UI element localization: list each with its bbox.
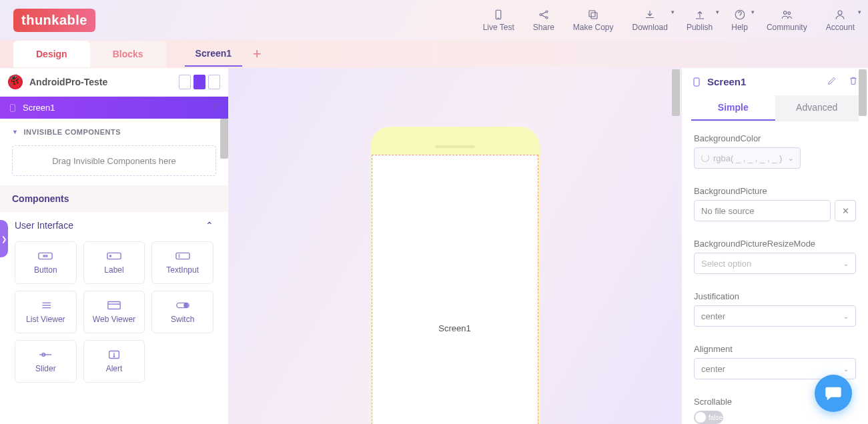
canvas[interactable]: Screen1: [228, 68, 681, 424]
view-toggle-3[interactable]: [208, 75, 220, 89]
top-action-label: Live Test: [483, 23, 514, 32]
select-placeholder: Select option: [701, 259, 751, 269]
top-action-label: Community: [767, 23, 807, 32]
prop-label: Alignment: [694, 344, 856, 354]
top-action-label: Download: [632, 23, 668, 32]
view-toggles: [179, 75, 220, 89]
resize-select[interactable]: Select option ⌄: [694, 253, 856, 274]
component-label[interactable]: Label: [83, 241, 145, 284]
top-action-share[interactable]: Share: [533, 9, 554, 32]
prop-label: BackgroundPicture: [694, 186, 856, 196]
component-label: Label: [104, 265, 123, 275]
tab-simple[interactable]: Simple: [691, 95, 775, 121]
justification-select[interactable]: center ⌄: [694, 305, 856, 327]
components-header: Components: [0, 185, 228, 212]
screen-icon: [8, 103, 17, 113]
caret-down-icon: ▼: [12, 129, 18, 135]
brand-logo[interactable]: thunkable: [13, 9, 95, 32]
properties-title: Screen1: [707, 76, 746, 87]
svg-rect-7: [591, 13, 597, 19]
chevron-down-icon: ⌄: [843, 313, 849, 320]
component-label: Button: [34, 265, 57, 275]
screen-tab-1[interactable]: Screen1: [185, 41, 242, 67]
scrollable-toggle[interactable]: false: [694, 411, 723, 424]
invisible-drop-zone[interactable]: Drag Invisible Components here: [12, 145, 216, 176]
view-toggle-1[interactable]: [179, 75, 191, 89]
color-picker[interactable]: rgba( _ , _ , _ , _ ) ⌄: [694, 147, 801, 169]
property-tabs: Simple Advanced: [691, 95, 859, 121]
prop-label: BackgroundColor: [694, 133, 856, 143]
add-screen-button[interactable]: +: [245, 42, 269, 66]
tree-item-screen1[interactable]: Screen1: [0, 97, 228, 119]
component-switch[interactable]: Switch: [151, 291, 213, 333]
component-list-viewer[interactable]: List Viewer: [15, 291, 77, 333]
user-interface-section[interactable]: User Interface ⌃: [0, 212, 228, 239]
mode-tabs: Design Blocks: [13, 41, 166, 67]
app-header: thunkable Live Test Share Make Copy ▾ Do…: [0, 0, 868, 40]
top-action-publish[interactable]: ▾ Publish: [687, 9, 713, 32]
tab-design[interactable]: Design: [13, 41, 90, 67]
chat-button[interactable]: [815, 375, 852, 412]
chevron-up-icon: ⌃: [205, 220, 213, 231]
svg-rect-8: [589, 11, 595, 17]
component-label: Web Viewer: [93, 315, 135, 324]
screen-preview[interactable]: Screen1: [372, 155, 538, 424]
svg-point-2: [540, 13, 542, 15]
component-label: Slider: [35, 364, 56, 373]
top-action-account[interactable]: ▾ Account: [826, 9, 855, 32]
chevron-down-icon: ⌄: [843, 260, 849, 267]
svg-rect-19: [176, 253, 189, 259]
view-toggle-2[interactable]: [193, 75, 205, 89]
top-action-label: Publish: [687, 23, 713, 32]
component-label: List Viewer: [26, 315, 65, 324]
top-action-make-copy[interactable]: Make Copy: [573, 9, 614, 32]
project-name[interactable]: AndroidPro-Teste: [29, 77, 172, 87]
chevron-down-icon: ⌄: [788, 155, 793, 162]
prop-label: Justification: [694, 291, 856, 301]
tab-advanced[interactable]: Advanced: [775, 95, 859, 121]
chevron-down-icon: ▾: [716, 9, 719, 15]
chevron-down-icon: ▾: [671, 9, 675, 15]
svg-point-12: [788, 11, 791, 14]
component-button[interactable]: Button: [15, 241, 77, 284]
tab-blocks[interactable]: Blocks: [90, 41, 166, 67]
trash-icon[interactable]: [211, 102, 220, 113]
top-actions: Live Test Share Make Copy ▾ Download ▾ P…: [483, 9, 855, 32]
file-picker[interactable]: No file source: [694, 200, 831, 221]
svg-point-4: [546, 17, 548, 19]
top-action-live-test[interactable]: Live Test: [483, 9, 514, 32]
device-notch: [435, 145, 475, 148]
invisible-components-header[interactable]: ▼ INVISIBLE COMPONENTS: [0, 119, 228, 143]
prop-label: BackgroundPictureResizeMode: [694, 239, 856, 249]
svg-point-11: [784, 11, 787, 14]
scrollbar[interactable]: [672, 69, 680, 116]
tree-item-label: Screen1: [23, 103, 55, 113]
top-action-help[interactable]: ▾ Help: [731, 9, 748, 32]
svg-rect-36: [694, 78, 699, 86]
svg-point-35: [113, 356, 114, 357]
component-web-viewer[interactable]: Web Viewer: [83, 291, 145, 333]
svg-point-18: [109, 255, 111, 257]
screen-tabs: Screen1 +: [185, 41, 269, 67]
chat-icon: [824, 384, 843, 403]
trash-icon[interactable]: [848, 75, 859, 89]
svg-rect-14: [11, 104, 15, 111]
component-grid: Button Label TextInput List Viewer Web V…: [0, 239, 228, 388]
svg-point-13: [838, 11, 842, 15]
left-panel: AndroidPro-Teste Screen1 ▼ INVISIBLE COM…: [0, 68, 228, 424]
drawer-handle[interactable]: ❯: [0, 220, 8, 257]
close-icon[interactable]: ✕: [835, 200, 856, 221]
component-slider[interactable]: Slider: [15, 340, 77, 383]
chevron-down-icon: ⌄: [843, 365, 849, 373]
scrollbar[interactable]: [220, 119, 228, 159]
component-textinput[interactable]: TextInput: [151, 241, 213, 284]
svg-line-5: [542, 12, 546, 14]
top-action-label: Account: [826, 23, 855, 32]
scrollbar[interactable]: [859, 69, 867, 116]
edit-icon[interactable]: [827, 75, 837, 89]
prop-resize-mode: BackgroundPictureResizeMode Select optio…: [682, 227, 868, 279]
svg-rect-16: [44, 255, 48, 257]
component-alert[interactable]: Alert: [83, 340, 145, 383]
top-action-download[interactable]: ▾ Download: [632, 9, 668, 32]
top-action-community[interactable]: Community: [767, 9, 807, 32]
